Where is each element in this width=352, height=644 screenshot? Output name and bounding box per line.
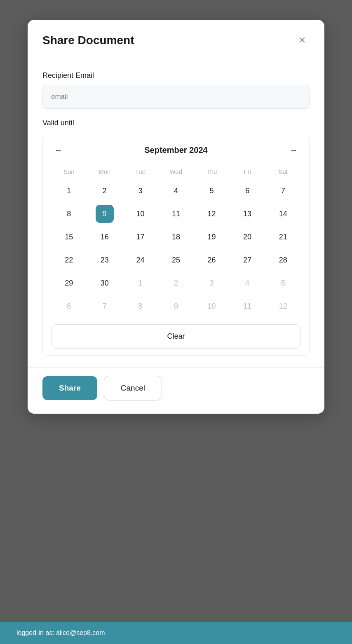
- calendar-day[interactable]: 9: [87, 202, 123, 225]
- calendar-week-3: 15161718192021: [51, 225, 301, 248]
- calendar-day[interactable]: 4: [158, 179, 194, 202]
- day-cell: 6: [60, 297, 78, 315]
- calendar-day[interactable]: 2: [87, 179, 123, 202]
- status-text: logged-in as: alice@sep8.com: [16, 629, 105, 636]
- day-cell: 4: [167, 182, 185, 200]
- day-cell: 12: [203, 205, 221, 223]
- calendar-day[interactable]: 22: [51, 248, 87, 272]
- calendar-day[interactable]: 8: [122, 295, 158, 318]
- calendar: ← September 2024 → SunMonTueWedThuFriSat: [42, 134, 310, 356]
- day-header-wed: Wed: [158, 166, 194, 179]
- calendar-day[interactable]: 16: [87, 225, 123, 248]
- calendar-day[interactable]: 8: [51, 202, 87, 225]
- valid-until-label: Valid until: [42, 119, 310, 127]
- day-cell: 18: [167, 228, 185, 246]
- cancel-button[interactable]: Cancel: [104, 376, 162, 400]
- calendar-day[interactable]: 15: [51, 225, 87, 248]
- day-cell: 8: [131, 297, 149, 315]
- calendar-day[interactable]: 18: [158, 225, 194, 248]
- prev-month-icon: ←: [54, 145, 63, 155]
- calendar-day[interactable]: 26: [194, 248, 230, 272]
- day-cell: 25: [167, 251, 185, 269]
- day-cell: 23: [96, 251, 114, 269]
- calendar-day[interactable]: 4: [230, 272, 265, 295]
- dialog-title: Share Document: [42, 34, 134, 47]
- calendar-day[interactable]: 1: [51, 179, 87, 202]
- selected-day-cell: 9: [96, 205, 114, 223]
- calendar-day[interactable]: 7: [87, 295, 123, 318]
- day-cell: 7: [96, 297, 114, 315]
- day-cell: 12: [274, 297, 292, 315]
- calendar-day[interactable]: 1: [122, 272, 158, 295]
- day-cell: 19: [203, 228, 221, 246]
- calendar-header: ← September 2024 →: [51, 143, 301, 157]
- calendar-day[interactable]: 12: [194, 202, 230, 225]
- calendar-day[interactable]: 10: [122, 202, 158, 225]
- calendar-day[interactable]: 12: [265, 295, 301, 318]
- calendar-day[interactable]: 23: [87, 248, 123, 272]
- calendar-day[interactable]: 25: [158, 248, 194, 272]
- calendar-day[interactable]: 27: [230, 248, 265, 272]
- calendar-day[interactable]: 2: [158, 272, 194, 295]
- email-input[interactable]: [42, 85, 310, 109]
- calendar-day[interactable]: 5: [265, 272, 301, 295]
- calendar-day[interactable]: 10: [194, 295, 230, 318]
- day-cell: 29: [60, 274, 78, 292]
- calendar-day-headers: SunMonTueWedThuFriSat: [51, 166, 301, 179]
- calendar-day[interactable]: 5: [194, 179, 230, 202]
- next-month-icon: →: [289, 145, 298, 155]
- day-cell: 1: [60, 182, 78, 200]
- calendar-day[interactable]: 24: [122, 248, 158, 272]
- day-header-tue: Tue: [122, 166, 158, 179]
- day-cell: 10: [203, 297, 221, 315]
- day-header-thu: Thu: [194, 166, 230, 179]
- day-cell: 11: [238, 297, 256, 315]
- day-cell: 5: [274, 274, 292, 292]
- calendar-day[interactable]: 29: [51, 272, 87, 295]
- calendar-day[interactable]: 9: [158, 295, 194, 318]
- calendar-day[interactable]: 30: [87, 272, 123, 295]
- day-cell: 21: [274, 228, 292, 246]
- day-cell: 7: [274, 182, 292, 200]
- day-cell: 30: [96, 274, 114, 292]
- clear-button[interactable]: Clear: [51, 324, 301, 349]
- calendar-day[interactable]: 7: [265, 179, 301, 202]
- day-cell: 13: [238, 205, 256, 223]
- calendar-week-1: 1234567: [51, 179, 301, 202]
- calendar-day[interactable]: 14: [265, 202, 301, 225]
- day-cell: 6: [238, 182, 256, 200]
- calendar-day[interactable]: 19: [194, 225, 230, 248]
- calendar-day[interactable]: 28: [265, 248, 301, 272]
- recipient-email-label: Recipient Email: [42, 71, 310, 80]
- day-cell: 17: [131, 228, 149, 246]
- day-cell: 8: [60, 205, 78, 223]
- day-cell: 26: [203, 251, 221, 269]
- day-cell: 11: [167, 205, 185, 223]
- calendar-week-4: 22232425262728: [51, 248, 301, 272]
- day-cell: 3: [131, 182, 149, 200]
- next-month-button[interactable]: →: [286, 143, 301, 157]
- calendar-day[interactable]: 21: [265, 225, 301, 248]
- day-cell: 4: [238, 274, 256, 292]
- share-button[interactable]: Share: [42, 376, 97, 400]
- day-cell: 15: [60, 228, 78, 246]
- close-icon: ✕: [298, 35, 306, 46]
- calendar-day[interactable]: 3: [194, 272, 230, 295]
- close-button[interactable]: ✕: [295, 33, 310, 48]
- calendar-day[interactable]: 17: [122, 225, 158, 248]
- day-cell: 16: [96, 228, 114, 246]
- calendar-day[interactable]: 6: [51, 295, 87, 318]
- day-cell: 20: [238, 228, 256, 246]
- calendar-day[interactable]: 13: [230, 202, 265, 225]
- calendar-day[interactable]: 3: [122, 179, 158, 202]
- calendar-day[interactable]: 11: [158, 202, 194, 225]
- day-cell: 28: [274, 251, 292, 269]
- calendar-day[interactable]: 11: [230, 295, 265, 318]
- calendar-week-6: 6789101112: [51, 295, 301, 318]
- day-header-sat: Sat: [265, 166, 301, 179]
- day-cell: 22: [60, 251, 78, 269]
- calendar-day[interactable]: 6: [230, 179, 265, 202]
- prev-month-button[interactable]: ←: [51, 143, 66, 157]
- calendar-grid: SunMonTueWedThuFriSat 123456789101112131…: [51, 166, 301, 318]
- calendar-day[interactable]: 20: [230, 225, 265, 248]
